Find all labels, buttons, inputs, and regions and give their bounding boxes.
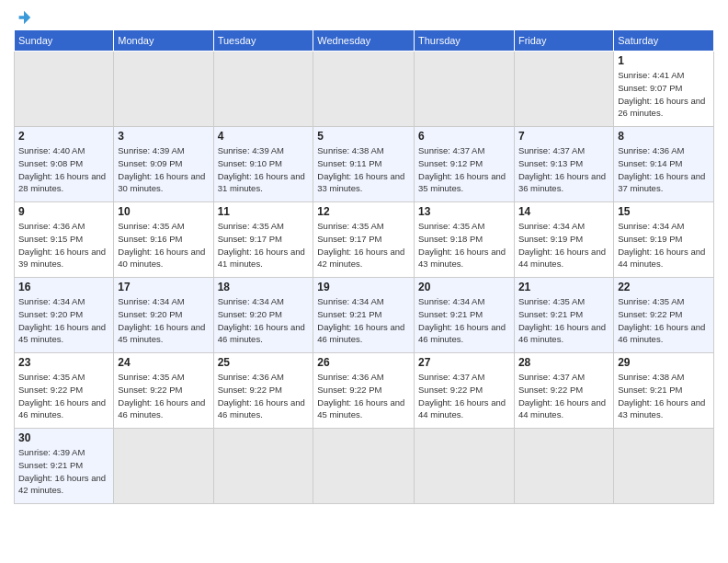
day-info: Sunrise: 4:35 AMSunset: 9:18 PMDaylight:… <box>418 221 506 269</box>
empty-day <box>313 52 415 127</box>
day-number: 15 <box>618 205 710 218</box>
calendar-day-24: 24 Sunrise: 4:35 AMSunset: 9:22 PMDaylig… <box>114 353 213 429</box>
calendar-day-14: 14 Sunrise: 4:34 AMSunset: 9:19 PMDaylig… <box>514 202 613 278</box>
day-info: Sunrise: 4:39 AMSunset: 9:10 PMDaylight:… <box>218 145 305 193</box>
calendar-day-11: 11 Sunrise: 4:35 AMSunset: 9:17 PMDaylig… <box>213 202 313 278</box>
calendar-week-1: 1 Sunrise: 4:41 AMSunset: 9:07 PMDayligh… <box>15 52 714 127</box>
calendar-day-5: 5 Sunrise: 4:38 AMSunset: 9:11 PMDayligh… <box>313 127 415 202</box>
calendar-day-12: 12 Sunrise: 4:35 AMSunset: 9:17 PMDaylig… <box>313 202 415 278</box>
day-number: 30 <box>18 431 109 444</box>
day-info: Sunrise: 4:39 AMSunset: 9:21 PMDaylight:… <box>18 447 106 495</box>
day-info: Sunrise: 4:38 AMSunset: 9:21 PMDaylight:… <box>618 372 705 419</box>
day-info: Sunrise: 4:35 AMSunset: 9:22 PMDaylight:… <box>18 372 106 419</box>
calendar-day-22: 22 Sunrise: 4:35 AMSunset: 9:22 PMDaylig… <box>614 278 714 353</box>
empty-day <box>514 429 613 504</box>
day-number: 12 <box>317 205 410 218</box>
day-info: Sunrise: 4:39 AMSunset: 9:09 PMDaylight:… <box>118 145 205 193</box>
day-number: 26 <box>317 356 410 369</box>
day-number: 13 <box>418 205 510 218</box>
svg-marker-0 <box>19 11 31 24</box>
day-number: 24 <box>118 356 209 369</box>
calendar-day-28: 28 Sunrise: 4:37 AMSunset: 9:22 PMDaylig… <box>514 353 613 429</box>
day-number: 7 <box>518 130 609 143</box>
empty-day <box>114 429 213 504</box>
empty-day <box>614 429 714 504</box>
day-info: Sunrise: 4:37 AMSunset: 9:22 PMDaylight:… <box>518 372 606 419</box>
day-number: 16 <box>18 281 109 293</box>
calendar-day-27: 27 Sunrise: 4:37 AMSunset: 9:22 PMDaylig… <box>415 353 515 429</box>
day-header-monday: Monday <box>114 30 213 52</box>
day-number: 17 <box>118 281 209 293</box>
empty-day <box>415 429 515 504</box>
day-number: 25 <box>218 356 310 369</box>
calendar-day-10: 10 Sunrise: 4:35 AMSunset: 9:16 PMDaylig… <box>114 202 213 278</box>
day-number: 11 <box>218 205 310 218</box>
day-info: Sunrise: 4:35 AMSunset: 9:16 PMDaylight:… <box>118 221 205 269</box>
calendar-day-30: 30 Sunrise: 4:39 AMSunset: 9:21 PMDaylig… <box>15 429 114 504</box>
day-info: Sunrise: 4:38 AMSunset: 9:11 PMDaylight:… <box>317 145 404 193</box>
day-number: 21 <box>518 281 609 293</box>
day-number: 29 <box>618 356 710 369</box>
day-number: 10 <box>118 205 209 218</box>
calendar-day-29: 29 Sunrise: 4:38 AMSunset: 9:21 PMDaylig… <box>614 353 714 429</box>
day-info: Sunrise: 4:36 AMSunset: 9:14 PMDaylight:… <box>618 145 705 193</box>
calendar-day-21: 21 Sunrise: 4:35 AMSunset: 9:21 PMDaylig… <box>514 278 613 353</box>
day-info: Sunrise: 4:36 AMSunset: 9:22 PMDaylight:… <box>317 372 404 419</box>
empty-day <box>213 429 313 504</box>
calendar-day-13: 13 Sunrise: 4:35 AMSunset: 9:18 PMDaylig… <box>415 202 515 278</box>
day-info: Sunrise: 4:37 AMSunset: 9:13 PMDaylight:… <box>518 145 606 193</box>
calendar-week-5: 23 Sunrise: 4:35 AMSunset: 9:22 PMDaylig… <box>15 353 714 429</box>
day-number: 22 <box>618 281 710 293</box>
header <box>14 9 714 22</box>
day-info: Sunrise: 4:35 AMSunset: 9:17 PMDaylight:… <box>218 221 305 269</box>
day-info: Sunrise: 4:37 AMSunset: 9:12 PMDaylight:… <box>418 145 506 193</box>
day-number: 28 <box>518 356 609 369</box>
empty-day <box>114 52 213 127</box>
calendar-day-2: 2 Sunrise: 4:40 AMSunset: 9:08 PMDayligh… <box>15 127 114 202</box>
calendar-day-9: 9 Sunrise: 4:36 AMSunset: 9:15 PMDayligh… <box>15 202 114 278</box>
logo-icon <box>16 9 32 26</box>
day-header-friday: Friday <box>514 30 613 52</box>
day-info: Sunrise: 4:35 AMSunset: 9:22 PMDaylight:… <box>118 372 205 419</box>
day-info: Sunrise: 4:35 AMSunset: 9:21 PMDaylight:… <box>518 296 606 344</box>
day-info: Sunrise: 4:34 AMSunset: 9:19 PMDaylight:… <box>518 221 606 269</box>
calendar-day-18: 18 Sunrise: 4:34 AMSunset: 9:20 PMDaylig… <box>213 278 313 353</box>
calendar-day-23: 23 Sunrise: 4:35 AMSunset: 9:22 PMDaylig… <box>15 353 114 429</box>
day-header-tuesday: Tuesday <box>213 30 313 52</box>
empty-day <box>15 52 114 127</box>
calendar-day-7: 7 Sunrise: 4:37 AMSunset: 9:13 PMDayligh… <box>514 127 613 202</box>
day-number: 2 <box>18 130 109 143</box>
day-header-sunday: Sunday <box>15 30 114 52</box>
empty-day <box>213 52 313 127</box>
day-info: Sunrise: 4:37 AMSunset: 9:22 PMDaylight:… <box>418 372 506 419</box>
empty-day <box>313 429 415 504</box>
day-number: 14 <box>518 205 609 218</box>
calendar-day-8: 8 Sunrise: 4:36 AMSunset: 9:14 PMDayligh… <box>614 127 714 202</box>
calendar-day-19: 19 Sunrise: 4:34 AMSunset: 9:21 PMDaylig… <box>313 278 415 353</box>
day-info: Sunrise: 4:35 AMSunset: 9:22 PMDaylight:… <box>618 296 705 344</box>
calendar-day-16: 16 Sunrise: 4:34 AMSunset: 9:20 PMDaylig… <box>15 278 114 353</box>
day-number: 23 <box>18 356 109 369</box>
day-header-saturday: Saturday <box>614 30 714 52</box>
day-info: Sunrise: 4:34 AMSunset: 9:20 PMDaylight:… <box>218 296 305 344</box>
calendar-header-row: SundayMondayTuesdayWednesdayThursdayFrid… <box>15 30 714 52</box>
calendar-day-26: 26 Sunrise: 4:36 AMSunset: 9:22 PMDaylig… <box>313 353 415 429</box>
day-number: 3 <box>118 130 209 143</box>
day-info: Sunrise: 4:34 AMSunset: 9:21 PMDaylight:… <box>317 296 404 344</box>
calendar-day-17: 17 Sunrise: 4:34 AMSunset: 9:20 PMDaylig… <box>114 278 213 353</box>
calendar-day-15: 15 Sunrise: 4:34 AMSunset: 9:19 PMDaylig… <box>614 202 714 278</box>
calendar-week-3: 9 Sunrise: 4:36 AMSunset: 9:15 PMDayligh… <box>15 202 714 278</box>
day-info: Sunrise: 4:41 AMSunset: 9:07 PMDaylight:… <box>618 70 705 118</box>
calendar-day-3: 3 Sunrise: 4:39 AMSunset: 9:09 PMDayligh… <box>114 127 213 202</box>
day-number: 18 <box>218 281 310 293</box>
day-number: 8 <box>618 130 710 143</box>
calendar-day-6: 6 Sunrise: 4:37 AMSunset: 9:12 PMDayligh… <box>415 127 515 202</box>
calendar-day-1: 1 Sunrise: 4:41 AMSunset: 9:07 PMDayligh… <box>614 52 714 127</box>
empty-day <box>514 52 613 127</box>
day-info: Sunrise: 4:36 AMSunset: 9:15 PMDaylight:… <box>18 221 106 269</box>
logo <box>14 9 32 22</box>
day-info: Sunrise: 4:40 AMSunset: 9:08 PMDaylight:… <box>18 145 106 193</box>
day-info: Sunrise: 4:34 AMSunset: 9:20 PMDaylight:… <box>18 296 106 344</box>
day-info: Sunrise: 4:36 AMSunset: 9:22 PMDaylight:… <box>218 372 305 419</box>
calendar-day-4: 4 Sunrise: 4:39 AMSunset: 9:10 PMDayligh… <box>213 127 313 202</box>
